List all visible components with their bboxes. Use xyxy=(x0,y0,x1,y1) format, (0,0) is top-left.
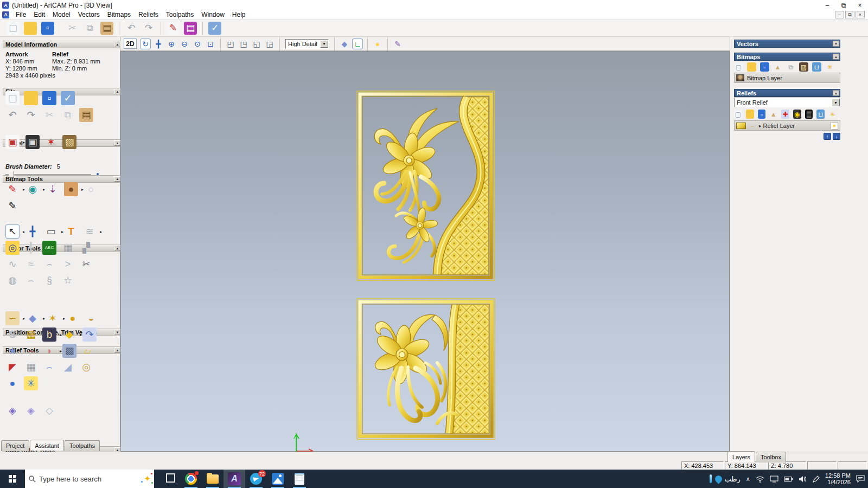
colour-shading-icon[interactable]: ✎ xyxy=(392,38,403,49)
brush-diameter-slider[interactable] xyxy=(5,171,91,178)
taskbar-chrome[interactable] xyxy=(180,470,202,488)
bitmap-clay-icon[interactable]: ▲ xyxy=(773,62,782,72)
sculpting-flyout[interactable]: ▸ xyxy=(23,316,25,321)
offset-relief-icon[interactable]: ▱ xyxy=(81,344,95,358)
tab-toolbox[interactable]: Toolbox xyxy=(756,452,786,463)
copy-icon[interactable]: ⧉ xyxy=(61,108,75,122)
cast-icon[interactable] xyxy=(770,476,778,483)
canvas-3d[interactable] xyxy=(120,51,730,452)
zoom-in-icon[interactable]: ⊕ xyxy=(166,38,177,49)
menu-edit[interactable]: Edit xyxy=(30,10,49,19)
battery-icon[interactable] xyxy=(784,476,793,482)
convert-text-icon[interactable]: ABC xyxy=(42,241,56,255)
trim-vectors-icon[interactable]: ✂ xyxy=(79,257,93,271)
cut-icon[interactable]: ✂ xyxy=(42,108,56,122)
menu-window[interactable]: Window xyxy=(197,10,228,19)
light-material-icon[interactable]: ✶ xyxy=(44,135,58,149)
create-star-icon[interactable]: ☆ xyxy=(61,273,75,287)
taskbar-notepad[interactable] xyxy=(289,470,310,488)
insert-node-icon[interactable]: ╋ xyxy=(24,241,38,255)
mdi-restore-button[interactable]: ⧉ xyxy=(845,11,854,18)
offset-vectors-flyout[interactable]: ▸ xyxy=(100,229,102,234)
relief-select[interactable]: Front Relief ▼ xyxy=(734,98,840,107)
dome-relief-icon[interactable]: ⌢ xyxy=(42,360,56,374)
minimize-button[interactable]: – xyxy=(819,0,835,10)
zoom-fit-icon[interactable]: ⊡ xyxy=(205,38,216,49)
smooth-relief-flyout[interactable]: ▸ xyxy=(63,316,65,321)
move-layer-down-button[interactable]: ↓ xyxy=(833,133,840,140)
menu-file[interactable]: File xyxy=(12,10,30,19)
back-relief-1-icon[interactable]: ◈ xyxy=(5,403,20,418)
relief-preview-icon[interactable]: ◉ xyxy=(793,110,801,119)
measure-icon[interactable]: ◎ xyxy=(5,241,20,255)
collapse-bitmaps-button[interactable]: ▲ xyxy=(833,54,839,60)
sculpt-smooth-icon[interactable]: S xyxy=(5,328,20,342)
create-polyline-icon[interactable]: ∿ xyxy=(5,257,20,271)
bitmap-open-icon[interactable] xyxy=(747,62,756,72)
tab-project[interactable]: Project xyxy=(1,440,29,451)
draw-zero-plane-icon[interactable]: ◆ xyxy=(339,38,350,49)
paint-icon[interactable]: ✎ xyxy=(5,182,20,196)
two-rail-sweep-flyout[interactable]: ▸ xyxy=(60,349,62,354)
action-center-icon[interactable] xyxy=(856,475,865,483)
model-wizard-icon[interactable]: ✓ xyxy=(208,22,221,35)
isometric-3-icon[interactable]: ◱ xyxy=(251,38,262,49)
tray-clock[interactable]: 12:58 PM 1/4/2026 xyxy=(825,472,851,485)
lighting-icon[interactable]: ● xyxy=(372,38,383,49)
bitmap-from-relief-icon[interactable]: ▣ xyxy=(25,135,40,149)
paste-icon[interactable]: ▤ xyxy=(79,108,93,122)
emboss-wizard-icon[interactable]: b xyxy=(42,328,56,342)
new-model-icon[interactable]: ▢ xyxy=(5,91,20,105)
undo-icon[interactable]: ↶ xyxy=(125,22,138,35)
relief-delete-icon[interactable]: ⊔ xyxy=(816,110,825,119)
copy-icon[interactable]: ⧉ xyxy=(83,22,96,35)
detail-select[interactable]: High Detail ▼ xyxy=(285,39,329,49)
collapse-reliefs-button[interactable]: ▲ xyxy=(833,90,839,96)
smooth-relief-icon[interactable]: ✶ xyxy=(46,311,60,325)
colour-picker-icon[interactable]: ⇣ xyxy=(46,182,60,196)
relief-layer-expander-icon[interactable]: ▸ xyxy=(759,123,762,129)
rotate-view-icon[interactable]: ↻ xyxy=(140,38,151,49)
isometric-1-icon[interactable]: ◰ xyxy=(225,38,236,49)
toggle-2d-view-button[interactable]: 2D xyxy=(124,38,137,49)
add-clay-icon[interactable]: ● xyxy=(66,311,80,325)
open-file-icon[interactable] xyxy=(24,22,37,35)
zoom-previous-icon[interactable]: ⊙ xyxy=(192,38,203,49)
arc-editing-icon[interactable]: ⌢ xyxy=(42,257,56,271)
zoom-out-icon[interactable]: ⊖ xyxy=(179,38,190,49)
flood-fill-icon[interactable]: ○ xyxy=(84,182,98,196)
wifi-icon[interactable] xyxy=(756,476,764,483)
zero-plane-flyout[interactable]: ▸ xyxy=(43,316,45,321)
menu-toolpaths[interactable]: Toolpaths xyxy=(162,10,197,19)
draw-icon[interactable]: ✎ xyxy=(5,199,20,213)
star-relief-icon[interactable]: ★ xyxy=(5,344,20,358)
taskbar-telegram[interactable]: 72 xyxy=(245,470,267,488)
section-profile-icon[interactable]: § xyxy=(42,273,56,287)
flower-relief-icon[interactable]: ✳ xyxy=(24,376,38,390)
open-model-icon[interactable] xyxy=(24,91,38,105)
block-paste-icon[interactable]: ▞ xyxy=(79,241,93,255)
slope-relief-icon[interactable]: ◢ xyxy=(61,360,75,374)
slider-track[interactable] xyxy=(5,174,91,175)
back-relief-3-icon[interactable]: ◇ xyxy=(42,403,56,418)
zero-plane-icon[interactable]: ◆ xyxy=(25,311,40,325)
relief-new-icon[interactable]: ▢ xyxy=(734,110,742,119)
menu-model[interactable]: Model xyxy=(49,10,74,19)
taskbar-photos[interactable] xyxy=(267,470,289,488)
wrap-relief-icon[interactable]: ↷ xyxy=(82,328,97,342)
paint-flyout[interactable]: ▸ xyxy=(23,187,25,192)
undo-icon[interactable]: ↶ xyxy=(5,108,20,122)
envelope-relief-icon[interactable]: ▦ xyxy=(24,360,38,374)
relief-greyscale-icon[interactable]: ▒ xyxy=(805,110,813,119)
envelope-distort-icon[interactable]: ▦ xyxy=(61,241,75,255)
mdi-close-button[interactable]: × xyxy=(856,11,865,18)
offset-vectors-icon[interactable]: ≋ xyxy=(82,224,97,239)
relief-select-arrow-icon[interactable]: ▼ xyxy=(832,99,840,106)
start-button[interactable] xyxy=(0,470,25,488)
copilot-sparkle-icon[interactable]: ✦ xyxy=(144,474,151,484)
relief-layer-row[interactable]: ⌢ ▸ Relief Layer ● xyxy=(734,120,840,131)
greyscale-from-model-flyout[interactable]: ▸ xyxy=(23,140,25,145)
vectors-section-header[interactable]: Vectors ▼ xyxy=(734,40,840,48)
relief-open-icon[interactable] xyxy=(746,110,754,119)
select-vectors-icon[interactable]: ↖ xyxy=(5,224,20,239)
